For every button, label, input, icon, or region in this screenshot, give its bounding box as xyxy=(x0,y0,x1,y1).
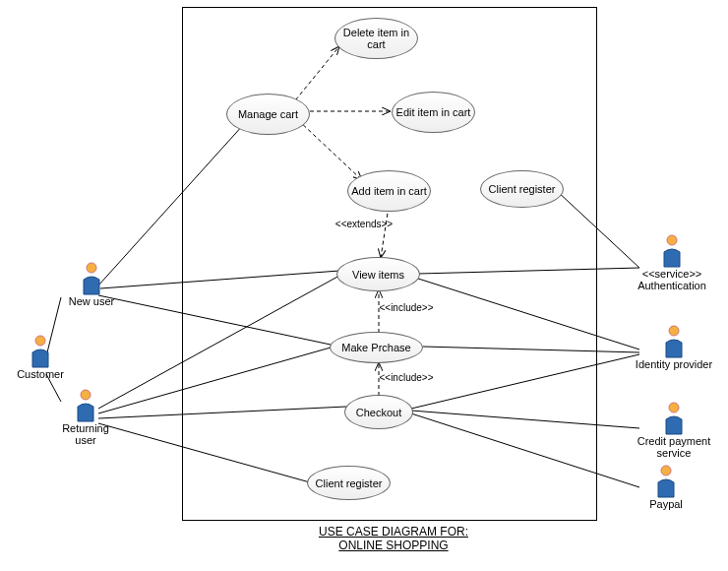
person-icon xyxy=(660,234,684,268)
svg-point-26 xyxy=(669,326,679,336)
actor-label: Authentication xyxy=(632,280,712,291)
include-label-2: <<include>> xyxy=(372,372,441,383)
uc-make-purchase[interactable]: Make Prchase xyxy=(330,332,423,363)
actor-credit-payment[interactable]: Credit payment service xyxy=(628,402,720,459)
svg-point-27 xyxy=(669,403,679,412)
uc-label: Make Prchase xyxy=(341,342,410,353)
uc-client-register-top[interactable]: Client register xyxy=(480,170,564,208)
uc-label: Delete item in cart xyxy=(337,27,415,50)
uc-label: Add item in cart xyxy=(351,185,426,197)
extends-label: <<extends>> xyxy=(330,219,398,229)
uc-checkout[interactable]: Checkout xyxy=(344,395,413,429)
include-label-1: <<include>> xyxy=(372,302,441,313)
uc-label: Manage cart xyxy=(238,108,298,120)
actor-identity-provider[interactable]: Identity provider xyxy=(630,325,718,370)
actor-label: Credit payment service xyxy=(628,435,720,459)
actor-paypal[interactable]: Paypal xyxy=(632,465,700,510)
actor-stereotype: <<service>> xyxy=(632,268,712,280)
diagram-title: USE CASE DIAGRAM FOR: ONLINE SHOPPING xyxy=(305,525,482,552)
person-icon xyxy=(74,389,97,422)
svg-point-22 xyxy=(35,336,45,346)
title-line1: USE CASE DIAGRAM FOR: xyxy=(305,525,482,539)
svg-point-23 xyxy=(87,263,96,273)
uc-label: Checkout xyxy=(356,407,401,418)
actor-authentication[interactable]: <<service>> Authentication xyxy=(632,234,712,291)
actor-label: Returning user xyxy=(51,422,120,446)
person-icon xyxy=(80,262,103,295)
actor-returning-user[interactable]: Returning user xyxy=(51,389,120,446)
uc-label: Client register xyxy=(489,183,556,195)
actor-customer[interactable]: Customer xyxy=(6,335,75,380)
uc-label: View items xyxy=(352,269,404,281)
uc-label: Edit item in cart xyxy=(396,106,471,118)
diagram-canvas: Manage cart Delete item in cart Edit ite… xyxy=(0,0,728,571)
actor-label: Paypal xyxy=(632,498,700,510)
uc-view-items[interactable]: View items xyxy=(336,257,420,291)
svg-point-25 xyxy=(667,235,677,245)
svg-point-28 xyxy=(661,466,671,476)
person-icon xyxy=(662,402,686,435)
person-icon xyxy=(29,335,52,368)
svg-point-24 xyxy=(81,390,91,400)
person-icon xyxy=(654,465,678,498)
actor-label: New user xyxy=(57,295,126,307)
actor-label: Customer xyxy=(6,368,75,380)
uc-delete-item[interactable]: Delete item in cart xyxy=(334,18,418,59)
person-icon xyxy=(662,325,686,358)
uc-label: Client register xyxy=(316,477,383,489)
title-line2: ONLINE SHOPPING xyxy=(305,539,482,552)
actor-new-user[interactable]: New user xyxy=(57,262,126,307)
actor-label: Identity provider xyxy=(630,358,718,370)
uc-add-item[interactable]: Add item in cart xyxy=(347,170,431,212)
uc-client-register-bottom[interactable]: Client register xyxy=(307,466,391,500)
uc-edit-item[interactable]: Edit item in cart xyxy=(392,92,475,133)
uc-manage-cart[interactable]: Manage cart xyxy=(226,94,310,135)
